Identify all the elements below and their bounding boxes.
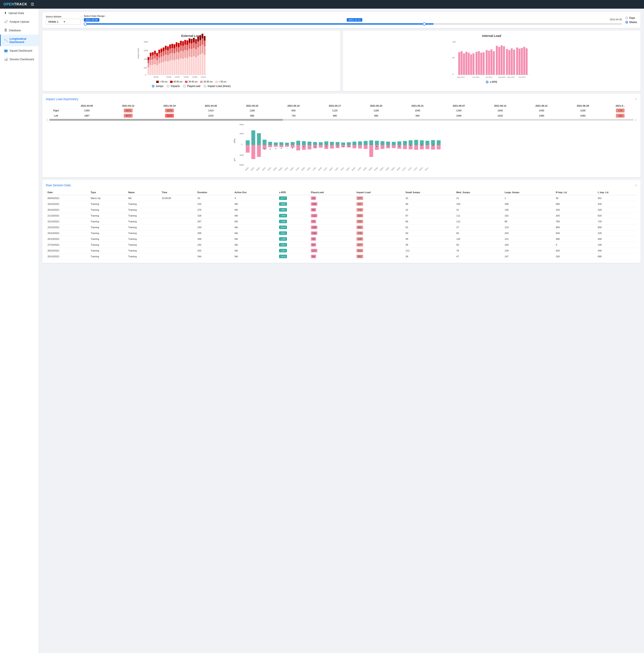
raw-cell: 24/10/2021	[46, 230, 89, 236]
raw-cell: 242	[196, 242, 233, 248]
hamburger-icon[interactable]: ☰	[31, 2, 34, 7]
slider-thumb-right[interactable]	[423, 22, 426, 25]
athlete-select[interactable]: Athlete 1 ▼	[46, 19, 80, 25]
raw-cell: 169	[503, 242, 554, 248]
scroll-left-arrow[interactable]: 〈	[46, 118, 48, 121]
raw-cell: 188	[503, 201, 554, 207]
svg-rect-182	[268, 145, 272, 147]
svg-rect-68	[180, 45, 182, 51]
asymmetry-collapse-button[interactable]: −	[635, 97, 637, 101]
svg-text:6000: 6000	[239, 164, 244, 166]
svg-text:29/07: 29/07	[346, 167, 350, 171]
svg-text:0: 0	[241, 143, 243, 145]
asym-right-11: 1640	[480, 108, 521, 113]
svg-text:▲: ▲	[387, 145, 389, 147]
svg-rect-239	[381, 141, 385, 145]
svg-rect-60	[176, 47, 177, 52]
option-playerload[interactable]: PlayerLoad	[183, 84, 200, 88]
svg-rect-205	[313, 142, 317, 145]
sidebar-item-analyse-upload[interactable]: 📈 Analyse Upload	[0, 17, 39, 26]
asym-right-4: 1419	[190, 108, 231, 113]
svg-text:0: 0	[145, 74, 146, 76]
raw-data-collapse-button[interactable]: −	[635, 183, 637, 187]
radio-weeks[interactable]: Weeks	[625, 21, 637, 24]
svg-rect-101	[197, 37, 199, 42]
svg-rect-176	[257, 145, 261, 157]
svg-rect-134	[483, 52, 485, 75]
svg-rect-48	[169, 49, 171, 53]
svg-rect-67	[180, 51, 182, 58]
raw-cell: 87	[404, 213, 455, 219]
svg-text:23/09: 23/09	[391, 167, 395, 171]
svg-rect-54	[174, 60, 175, 75]
svg-text:5k: 5k	[452, 56, 455, 59]
svg-rect-80	[186, 45, 188, 50]
sidebar-item-squad-dashboard[interactable]: 👥 Squad Dashboard	[0, 46, 39, 55]
asym-right-2: 3372	[108, 108, 149, 113]
sidebar-item-longitudinal-dashboard[interactable]: 📉 Longitudinal Dashboard	[0, 34, 39, 46]
svg-rect-234	[369, 145, 373, 157]
date-range-slider[interactable]	[84, 23, 622, 25]
raw-cell: Training	[89, 248, 127, 253]
svg-rect-45	[167, 46, 169, 50]
svg-rect-53	[171, 44, 173, 48]
raw-cell: 580	[554, 236, 596, 242]
svg-rect-61	[176, 42, 177, 47]
svg-rect-55	[174, 53, 175, 60]
option-impacts[interactable]: Impacts	[167, 84, 180, 88]
svg-rect-135	[486, 50, 488, 75]
svg-text:13/05: 13/05	[284, 167, 289, 171]
period-options: Days Weeks	[625, 17, 637, 24]
sidebar-item-upload-data[interactable]: ⬆ Upload Data	[0, 9, 39, 17]
raw-cell: NA	[233, 213, 277, 219]
svg-rect-37	[163, 48, 164, 51]
raw-table-row: 24/10/2021TrainingTraining309NA193210674…	[46, 230, 637, 236]
option-jumps[interactable]: Jumps	[152, 84, 163, 88]
asymmetry-table-scroll[interactable]: 2021-04-05 2021-04-12 2021-04-19 2021-04…	[46, 104, 637, 118]
raw-cell: 78	[455, 248, 503, 253]
svg-rect-136	[488, 51, 490, 75]
raw-cell: 513	[355, 248, 404, 253]
svg-rect-49	[169, 45, 171, 49]
option-srpe[interactable]: s-RPE	[486, 80, 497, 83]
option-impact-load-linear[interactable]: Impact Load (linear)	[204, 84, 231, 88]
svg-text:Jun 2021: Jun 2021	[472, 76, 479, 78]
raw-table-scroll[interactable]: Date Type Name Time Duration Active Dur.…	[46, 190, 637, 260]
svg-text:May 2021: May 2021	[457, 76, 465, 78]
raw-cell	[160, 201, 196, 207]
svg-rect-97	[195, 39, 197, 44]
slider-thumb-left[interactable]	[84, 22, 87, 25]
raw-cell: 10:00:00	[160, 195, 196, 201]
asym-left-4: 2310	[190, 113, 231, 118]
svg-rect-98	[197, 55, 199, 75]
svg-rect-63	[178, 52, 180, 59]
raw-cell: 344	[196, 253, 233, 260]
radio-days[interactable]: Days	[625, 17, 637, 19]
raw-cell	[160, 248, 196, 253]
horizontal-scrollbar[interactable]	[49, 119, 634, 121]
svg-rect-146	[513, 50, 515, 75]
raw-cell: 742	[355, 207, 404, 213]
raw-cell: 41	[455, 207, 503, 213]
svg-text:29/04: 29/04	[273, 167, 277, 171]
scrollbar-thumb[interactable]	[49, 119, 283, 121]
sidebar-item-database[interactable]: 🗄 Database	[0, 26, 39, 34]
svg-text:↓: ↓	[287, 147, 288, 149]
sidebar-item-session-dashboard[interactable]: 📊 Session Dashboard	[0, 55, 39, 64]
scroll-right-arrow[interactable]: 〉	[635, 118, 637, 121]
raw-cell: 130	[503, 248, 554, 253]
legend-color-50plus	[156, 81, 159, 83]
svg-rect-46	[169, 61, 171, 75]
raw-cell: Training	[89, 219, 127, 224]
svg-rect-107	[202, 45, 203, 53]
svg-text:24/06: 24/06	[318, 167, 322, 171]
raw-cell: 780	[554, 219, 596, 224]
raw-cell: 400	[596, 236, 637, 242]
raw-data-title: Raw Session Data	[46, 184, 71, 187]
svg-rect-11	[150, 60, 152, 65]
svg-rect-8	[147, 60, 149, 63]
external-load-chart-area: 2000 1500 1000 500 0 Jump Count	[46, 39, 337, 79]
svg-rect-248	[397, 141, 401, 145]
svg-text:09/09: 09/09	[380, 167, 384, 171]
svg-rect-111	[204, 46, 205, 55]
